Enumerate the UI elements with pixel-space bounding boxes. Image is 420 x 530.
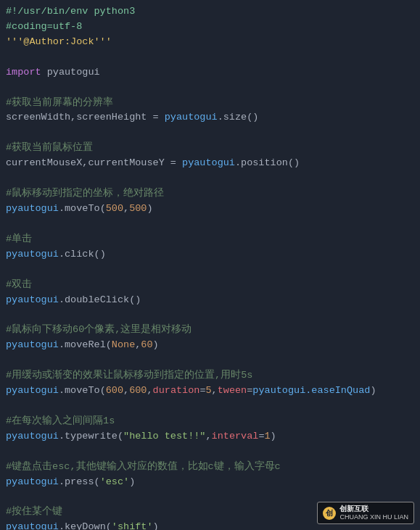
watermark-icon: 创 xyxy=(323,507,336,520)
empty-line xyxy=(6,171,414,186)
line-screensize: screenWidth,screenHeight = pyautogui.siz… xyxy=(6,110,414,125)
empty-line xyxy=(6,444,414,460)
empty-line xyxy=(6,125,414,141)
line-comment5: #双击 xyxy=(6,278,414,293)
line-moverel: pyautogui.moveRel(None,60) xyxy=(6,338,414,353)
line-docstring: '''@Author:Jock''' xyxy=(6,35,414,50)
line-coding: #coding=utf-8 xyxy=(6,20,414,35)
empty-line xyxy=(6,307,414,323)
line-moveto1: pyautogui.moveTo(500,500) xyxy=(6,202,414,217)
line-comment8: #在每次输入之间间隔1s xyxy=(6,414,414,429)
watermark-line1: 创新互联 xyxy=(339,505,408,513)
line-dblclick: pyautogui.doubleClick() xyxy=(6,293,414,308)
line-comment6: #鼠标向下移动60个像素,这里是相对移动 xyxy=(6,323,414,338)
line-comment9: #键盘点击esc,其他键输入对应的数值，比如c键，输入字母c xyxy=(6,460,414,475)
empty-line xyxy=(6,217,414,232)
line-comment7: #用缓动或渐变的效果让鼠标移动到指定的位置,用时5s xyxy=(6,368,414,384)
line-comment4: #单击 xyxy=(6,232,414,247)
empty-line xyxy=(6,353,414,368)
line-moveto2: pyautogui.moveTo(600,600,duration=5,twee… xyxy=(6,384,414,399)
line-press: pyautogui.press('esc') xyxy=(6,475,414,490)
line-click: pyautogui.click() xyxy=(6,247,414,262)
code-editor: #!/usr/bin/env python3 #coding=utf-8 '''… xyxy=(0,0,420,530)
line-typewrite: pyautogui.typewrite("hello test!!",inter… xyxy=(6,429,414,444)
watermark-line2: CHUANG XIN HU LIAN xyxy=(339,513,408,521)
line-import: import pyautogui xyxy=(6,65,414,80)
empty-line xyxy=(6,80,414,96)
empty-line xyxy=(6,399,414,414)
line-comment3: #鼠标移动到指定的坐标，绝对路径 xyxy=(6,186,414,202)
empty-line xyxy=(6,50,414,65)
line-mousepos: currentMouseX,currentMouseY = pyautogui.… xyxy=(6,156,414,171)
watermark: 创 创新互联 CHUANG XIN HU LIAN xyxy=(317,502,414,524)
line-shebang: #!/usr/bin/env python3 xyxy=(6,4,414,20)
line-comment2: #获取当前鼠标位置 xyxy=(6,141,414,156)
watermark-text: 创新互联 CHUANG XIN HU LIAN xyxy=(339,505,408,521)
line-comment1: #获取当前屏幕的分辨率 xyxy=(6,96,414,111)
empty-line xyxy=(6,262,414,278)
